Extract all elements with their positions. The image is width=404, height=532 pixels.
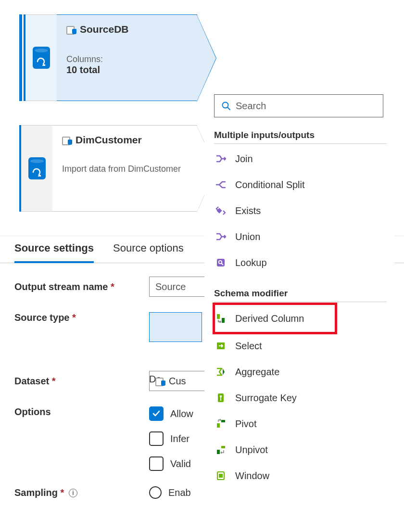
tab-source-settings[interactable]: Source settings <box>14 242 94 263</box>
svg-rect-6 <box>217 314 220 319</box>
svg-rect-3 <box>217 259 225 266</box>
item-surrogate-key[interactable]: Surrogate Key <box>214 385 387 411</box>
options-label: Options <box>14 406 135 418</box>
select-icon <box>215 340 227 352</box>
radio-icon <box>149 486 162 499</box>
svg-rect-11 <box>220 397 221 401</box>
source-type-tile[interactable] <box>149 312 202 342</box>
item-join[interactable]: Join <box>214 146 387 172</box>
database-icon <box>28 157 46 179</box>
columns-label: Columns: <box>66 54 187 64</box>
node-title: SourceDB <box>80 24 129 35</box>
search-icon <box>221 101 231 111</box>
database-icon <box>33 47 50 69</box>
derived-column-icon <box>215 313 227 324</box>
split-icon <box>215 179 227 190</box>
svg-point-10 <box>220 395 222 397</box>
transform-picker-popup: Search Multiple inputs/outputs Join Cond… <box>204 89 394 532</box>
node-sourcedb[interactable]: SourceDB Columns: 10 total + <box>19 14 197 101</box>
sampling-label: Sampling * i <box>14 487 135 498</box>
svg-rect-7 <box>222 318 225 323</box>
dataset-icon <box>66 25 76 34</box>
item-pivot[interactable]: Pivot <box>214 411 387 437</box>
svg-rect-12 <box>217 423 220 428</box>
item-unpivot[interactable]: Unpivot <box>214 437 387 463</box>
option-allow[interactable]: Allow <box>149 406 193 421</box>
checkbox-icon <box>149 431 164 446</box>
svg-rect-17 <box>219 474 223 478</box>
section-multi-header: Multiple inputs/outputs <box>214 130 387 140</box>
checkbox-icon <box>149 456 164 471</box>
section-schema-header: Schema modifier <box>214 288 387 299</box>
item-union[interactable]: Union <box>214 224 387 250</box>
source-type-label: Source type * <box>14 312 135 323</box>
window-icon <box>215 470 227 481</box>
info-icon[interactable]: i <box>69 489 77 497</box>
tab-source-options[interactable]: Source options <box>113 242 184 263</box>
node-title: DimCustomer <box>76 134 142 146</box>
search-placeholder: Search <box>236 101 266 112</box>
lookup-icon <box>215 257 227 268</box>
dataset-icon <box>62 136 72 144</box>
dataset-icon <box>155 377 165 385</box>
svg-rect-14 <box>221 446 225 448</box>
search-input[interactable]: Search <box>214 94 383 117</box>
pivot-icon <box>215 418 227 430</box>
svg-rect-2 <box>216 208 222 213</box>
item-exists[interactable]: Exists <box>214 198 387 224</box>
output-stream-label: Output stream name * <box>14 281 135 292</box>
join-icon <box>215 153 227 165</box>
svg-line-1 <box>227 107 230 110</box>
svg-rect-13 <box>221 420 225 422</box>
node-dimcustomer[interactable]: DimCustomer Import data from DimCustomer… <box>19 125 197 212</box>
node-handle[interactable] <box>21 125 52 212</box>
option-infer[interactable]: Infer <box>149 431 193 446</box>
item-aggregate[interactable]: Aggregate <box>214 359 387 385</box>
node-handle[interactable] <box>25 14 57 101</box>
checkbox-icon <box>149 406 164 421</box>
node-description: Import data from DimCustomer <box>62 164 187 174</box>
sampling-enable[interactable]: Enab <box>149 486 191 499</box>
surrogate-key-icon <box>215 392 227 404</box>
item-window[interactable]: Window <box>214 463 387 489</box>
item-lookup[interactable]: Lookup <box>214 250 387 276</box>
unpivot-icon <box>215 444 227 456</box>
exists-icon <box>215 205 227 216</box>
item-derived-column[interactable]: Derived Column <box>214 304 336 333</box>
columns-total: 10 total <box>66 64 187 76</box>
union-icon <box>215 231 227 242</box>
dataset-label: Dataset * <box>14 376 135 387</box>
svg-rect-15 <box>217 450 220 454</box>
aggregate-icon <box>215 366 227 378</box>
item-conditional-split[interactable]: Conditional Split <box>214 172 387 198</box>
item-select[interactable]: Select <box>214 333 387 359</box>
option-valid[interactable]: Valid <box>149 456 193 471</box>
